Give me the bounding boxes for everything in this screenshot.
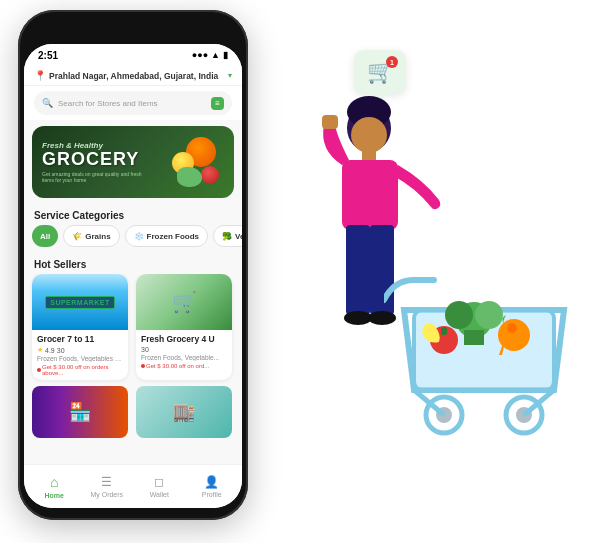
fruit-tomato xyxy=(201,166,219,184)
store-aisle-image: 🏪 xyxy=(32,386,128,438)
seller-card-1-info: Grocer 7 to 11 ★ 4.9 30 Frozen Foods, Ve… xyxy=(32,330,128,380)
banner-grocery-label: GROCERY xyxy=(42,150,154,168)
banner-sub-text: Get amazing deals on great quality and f… xyxy=(42,171,154,184)
categories-row: All 🌾 Grains ❄️ Frozen Foods 🥦 Vegetabl.… xyxy=(24,225,242,253)
seller-card-2-rating: 30 xyxy=(141,346,227,353)
svg-point-18 xyxy=(445,301,473,329)
seller-card-1-image: SUPERMARKET xyxy=(32,274,128,330)
offer-dot-2-icon xyxy=(141,364,145,368)
location-dropdown-icon: ▾ xyxy=(228,71,232,80)
seller-card-1-name: Grocer 7 to 11 xyxy=(37,334,123,344)
hot-sellers-section-title: Hot Sellers xyxy=(24,253,242,274)
review-count-2: 30 xyxy=(141,346,149,353)
wifi-icon: ▲ xyxy=(211,50,220,60)
signal-icon: ●●● xyxy=(192,50,208,60)
svg-rect-5 xyxy=(322,115,338,129)
review-count: 30 xyxy=(57,347,65,354)
fruit-vegetable xyxy=(177,167,202,187)
filter-button[interactable]: ≡ xyxy=(211,97,224,110)
phone-notch xyxy=(98,22,168,40)
profile-icon: 👤 xyxy=(204,475,219,489)
location-pin-icon: 📍 xyxy=(34,70,46,81)
status-icons: ●●● ▲ ▮ xyxy=(192,50,228,60)
seller-card-1-rating: ★ 4.9 30 xyxy=(37,346,123,354)
seller-card-2-info: Fresh Grocery 4 U 30 Frozen Foods, Veget… xyxy=(136,330,232,373)
category-grains-label: Grains xyxy=(85,232,110,241)
status-time: 2:51 xyxy=(38,50,58,61)
cart-badge: 1 xyxy=(386,56,398,68)
grocery-store-emoji: 🛒 xyxy=(172,290,197,314)
nav-profile[interactable]: 👤 Profile xyxy=(186,475,239,498)
location-bar[interactable]: 📍 Prahlad Nagar, Ahmedabad, Gujarat, Ind… xyxy=(24,66,242,86)
nav-home-label: Home xyxy=(45,492,64,499)
banner-text: Fresh & Healthy GROCERY Get amazing deal… xyxy=(42,141,154,184)
status-bar: 2:51 ●●● ▲ ▮ xyxy=(24,44,242,66)
offer-dot-icon xyxy=(37,368,41,372)
category-vegetables[interactable]: 🥦 Vegetabl... xyxy=(213,225,242,247)
category-all[interactable]: All xyxy=(32,225,58,247)
vegetable-icon: 🥦 xyxy=(222,232,232,241)
grains-icon: 🌾 xyxy=(72,232,82,241)
seller-card-2-name: Fresh Grocery 4 U xyxy=(141,334,227,344)
star-icon: ★ xyxy=(37,346,43,354)
offer-text-2: Get $ 30.00 off on ord... xyxy=(146,363,209,369)
home-icon: ⌂ xyxy=(50,474,58,490)
seller-card-2-category: Frozen Foods, Vegetable... xyxy=(141,354,227,361)
nav-profile-label: Profile xyxy=(202,491,222,498)
promo-banner: Fresh & Healthy GROCERY Get amazing deal… xyxy=(32,126,234,198)
seller-card-1-category: Frozen Foods, Vegetables and fruit... xyxy=(37,355,123,362)
svg-rect-6 xyxy=(346,225,370,315)
aisle-emoji: 🏪 xyxy=(69,401,91,423)
bottom-navigation: ⌂ Home ☰ My Orders ◻ Wallet 👤 Profile xyxy=(24,464,242,508)
supermarket-image: SUPERMARKET xyxy=(32,274,128,330)
sellers-row: SUPERMARKET Grocer 7 to 11 ★ 4.9 30 Froz… xyxy=(24,274,242,386)
category-veg-label: Vegetabl... xyxy=(235,232,242,241)
phone-mockup: 2:51 ●●● ▲ ▮ 📍 Prahlad Nagar, Ahmedabad,… xyxy=(18,10,248,520)
category-all-label: All xyxy=(40,232,50,241)
search-placeholder: Search for Stores and Items xyxy=(58,99,158,108)
svg-point-2 xyxy=(351,117,387,153)
illustration: 🛒 1 xyxy=(274,20,594,530)
svg-rect-4 xyxy=(342,160,398,230)
offer-text: Get $ 30.00 off on orders above... xyxy=(42,364,123,376)
categories-section-title: Service Categories xyxy=(24,204,242,225)
sellers-row2: 🏪 🏬 xyxy=(24,386,242,442)
svg-rect-20 xyxy=(464,330,484,345)
svg-rect-24 xyxy=(441,327,447,335)
seller-card-2[interactable]: 🛒 Fresh Grocery 4 U 30 Frozen Foods, Veg… xyxy=(136,274,232,380)
phone-shell: 2:51 ●●● ▲ ▮ 📍 Prahlad Nagar, Ahmedabad,… xyxy=(18,10,248,520)
location-text: Prahlad Nagar, Ahmedabad, Gujarat, India xyxy=(49,71,225,81)
seller-card-1-offer: Get $ 30.00 off on orders above... xyxy=(37,364,123,376)
nav-wallet-label: Wallet xyxy=(150,491,169,498)
battery-icon: ▮ xyxy=(223,50,228,60)
search-icon: 🔍 xyxy=(42,98,53,108)
nav-orders[interactable]: ☰ My Orders xyxy=(81,475,134,498)
rating-value: 4.9 xyxy=(45,347,55,354)
store-exterior-image: 🏬 xyxy=(136,386,232,438)
svg-point-19 xyxy=(475,301,503,329)
supermarket-label: SUPERMARKET xyxy=(45,296,115,309)
seller-card-2-offer: Get $ 30.00 off on ord... xyxy=(141,363,227,369)
nav-orders-label: My Orders xyxy=(90,491,123,498)
search-input[interactable]: 🔍 Search for Stores and Items ≡ xyxy=(34,91,232,115)
store-emoji: 🏬 xyxy=(173,401,195,423)
orders-icon: ☰ xyxy=(101,475,112,489)
svg-point-8 xyxy=(344,311,372,325)
svg-point-22 xyxy=(507,323,517,333)
wallet-icon: ◻ xyxy=(154,475,164,489)
nav-home[interactable]: ⌂ Home xyxy=(28,474,81,499)
banner-image xyxy=(154,132,224,192)
nav-wallet[interactable]: ◻ Wallet xyxy=(133,475,186,498)
category-frozen-foods[interactable]: ❄️ Frozen Foods xyxy=(125,225,208,247)
grocery-cart-illustration xyxy=(384,270,584,470)
search-bar-container: 🔍 Search for Stores and Items ≡ xyxy=(24,86,242,120)
category-grains[interactable]: 🌾 Grains xyxy=(63,225,119,247)
phone-screen: 2:51 ●●● ▲ ▮ 📍 Prahlad Nagar, Ahmedabad,… xyxy=(24,44,242,508)
seller-card-1[interactable]: SUPERMARKET Grocer 7 to 11 ★ 4.9 30 Froz… xyxy=(32,274,128,380)
category-frozen-label: Frozen Foods xyxy=(147,232,199,241)
frozen-icon: ❄️ xyxy=(134,232,144,241)
grocery-store-image: 🛒 xyxy=(136,274,232,330)
seller-card-2-image: 🛒 xyxy=(136,274,232,330)
